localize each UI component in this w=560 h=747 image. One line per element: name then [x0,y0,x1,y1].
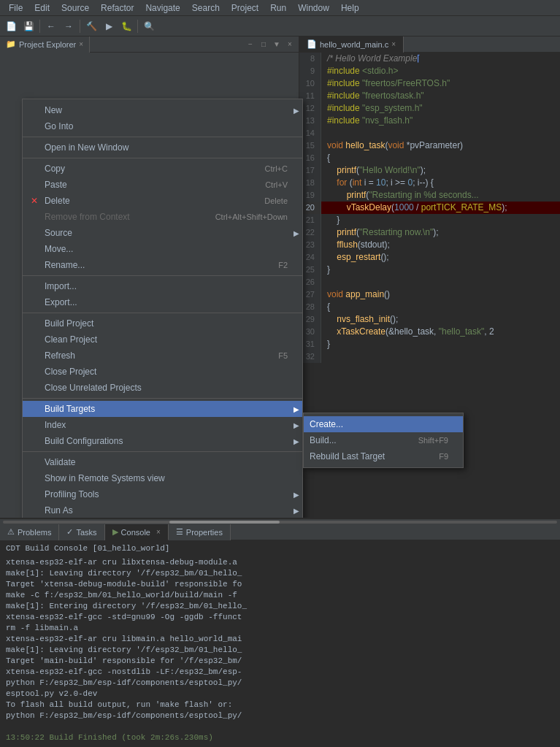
editor-tab[interactable]: 📄 hello_world_main.c × [299,37,404,53]
bottom-panel: ⚠ Problems ✓ Tasks ▶ Console × ☰ Propert… [0,518,560,747]
go-into-icon [28,120,40,132]
toolbar-sep1 [39,20,40,33]
submenu-create[interactable]: Create... [304,416,463,432]
toolbar-build[interactable]: 🔨 [83,18,99,34]
menu-item-import[interactable]: Import... [23,278,302,294]
code-line: 27 void app_main() [299,288,560,301]
code-line: 28 { [299,301,560,313]
menu-search[interactable]: Search [186,1,226,15]
code-line: 19 printf("Restarting in %d seconds... [299,189,560,202]
menu-item-delete[interactable]: ✕ Delete Delete [23,193,302,209]
code-line: 21 } [299,214,560,226]
menu-item-validate[interactable]: Validate [23,454,302,470]
menu-help[interactable]: Help [335,1,365,15]
tab-properties[interactable]: ☰ Properties [169,524,231,540]
console-line: make[1]: Entering directory '/f/esp32_bm… [6,601,554,612]
project-explorer-icon: 📁 [6,39,16,49]
menu-item-clean-project[interactable]: Clean Project [23,332,302,348]
toolbar-save[interactable]: 💾 [20,18,37,34]
copy-icon [28,163,40,175]
code-line-err: 20 vTaskDelay(1000 / portTICK_RATE_MS); [299,202,560,214]
menu-item-close-project[interactable]: Close Project [23,364,302,380]
panel-menu-btn[interactable]: ▼ [271,39,283,50]
toolbar: 📄 💾 ← → 🔨 ▶ 🐛 🔍 [0,16,560,37]
code-line: 26 [299,276,560,288]
menu-item-copy[interactable]: Copy Ctrl+C [23,161,302,177]
new-icon [28,104,40,116]
project-explorer-close[interactable]: × [79,40,83,48]
panel-collapse-btn[interactable]: − [245,39,256,50]
editor-tab-bar: 📄 hello_world_main.c × [299,37,560,53]
menu-run[interactable]: Run [264,1,292,15]
scroll-track[interactable] [3,521,557,524]
menu-item-rename[interactable]: Rename... F2 [23,257,302,273]
code-line: 23 fflush(stdout); [299,239,560,251]
toolbar-sep2 [80,20,80,33]
menu-item-refresh[interactable]: Refresh F5 [23,348,302,364]
menu-edit[interactable]: Edit [28,1,55,15]
menu-item-build-project[interactable]: Build Project [23,315,302,332]
toolbar-forward[interactable]: → [61,18,77,34]
close-project-icon [28,366,40,378]
tab-tasks[interactable]: ✓ Tasks [59,524,104,540]
export-icon [28,296,40,308]
menu-item-close-unrelated[interactable]: Close Unrelated Projects [23,380,302,396]
import-icon [28,280,40,292]
code-line: 29 nvs_flash_init(); [299,313,560,326]
menu-item-move[interactable]: Move... [23,241,302,257]
submenu-build[interactable]: Build... Shift+F9 [304,432,463,448]
console-tab-close[interactable]: × [156,528,161,536]
code-line: 12 #include "esp_system.h" [299,102,560,115]
console-line: python F:/esp32_bm/esp-idf/components/es… [6,710,554,721]
code-line: 22 printf("Restarting now.\n"); [299,226,560,239]
menu-window[interactable]: Window [292,1,335,15]
build-targets-submenu: Create... Build... Shift+F9 Rebuild Last… [303,413,464,468]
menu-item-run-as[interactable]: Run As ▶ [23,502,302,518]
submenu-rebuild[interactable]: Rebuild Last Target F9 [304,448,463,464]
tab-console[interactable]: ▶ Console × [105,524,169,540]
menu-file[interactable]: File [3,1,28,15]
tab-problems[interactable]: ⚠ Problems [0,524,59,540]
toolbar-search[interactable]: 🔍 [141,18,157,34]
console-line: make[1]: Leaving directory '/f/esp32_bm/… [6,645,554,656]
project-explorer-tab[interactable]: 📁 Project Explorer × [0,37,90,53]
code-line: 18 for (int i = 10; i >= 0; i--) { [299,177,560,189]
menu-item-profiling[interactable]: Profiling Tools ▶ [23,486,302,502]
console-title: CDT Build Console [01_hello_world] [6,543,554,554]
open-window-icon [28,142,40,153]
menu-item-show-remote[interactable]: Show in Remote Systems view [23,470,302,486]
source-icon [28,227,40,239]
menu-navigate[interactable]: Navigate [139,1,185,15]
code-line: 9 #include <stdio.h> [299,65,560,77]
menu-item-source[interactable]: Source ▶ [23,225,302,241]
panel-close-btn[interactable]: × [284,39,296,50]
menu-item-open-window[interactable]: Open in New Window [23,139,302,156]
menu-project[interactable]: Project [226,1,264,15]
code-line: 8 /* Hello World Example⌈ [299,53,560,65]
toolbar-run[interactable]: ▶ [101,18,117,34]
code-line: 32 [299,350,560,363]
menu-item-paste[interactable]: Paste Ctrl+V [23,177,302,193]
menu-bar: File Edit Source Refactor Navigate Searc… [0,0,560,16]
context-menu: New ▶ Go Into Open in New Window [22,99,303,518]
menu-item-go-into[interactable]: Go Into [23,118,302,134]
menu-item-build-targets[interactable]: Build Targets ▶ [23,401,302,417]
menu-item-index[interactable]: Index ▶ [23,417,302,433]
editor-tab-close[interactable]: × [391,40,396,48]
menu-item-build-configs[interactable]: Build Configurations ▶ [23,433,302,449]
toolbar-sep3 [137,20,138,33]
panel-max-btn[interactable]: □ [258,39,269,50]
clean-project-icon [28,334,40,345]
menu-source[interactable]: Source [55,1,95,15]
scroll-thumb[interactable] [169,521,280,524]
sep1 [23,137,302,137]
console-line: python F:/esp32_bm/esp-idf/components/es… [6,678,554,689]
rename-icon [28,259,40,271]
toolbar-debug[interactable]: 🐛 [118,18,134,34]
menu-refactor[interactable]: Refactor [95,1,139,15]
menu-item-export[interactable]: Export... [23,294,302,310]
toolbar-back[interactable]: ← [43,18,59,34]
toolbar-new[interactable]: 📄 [3,18,19,34]
menu-item-new[interactable]: New ▶ [23,102,302,118]
code-line: 15 void hello_task(void *pvParameter) [299,139,560,152]
